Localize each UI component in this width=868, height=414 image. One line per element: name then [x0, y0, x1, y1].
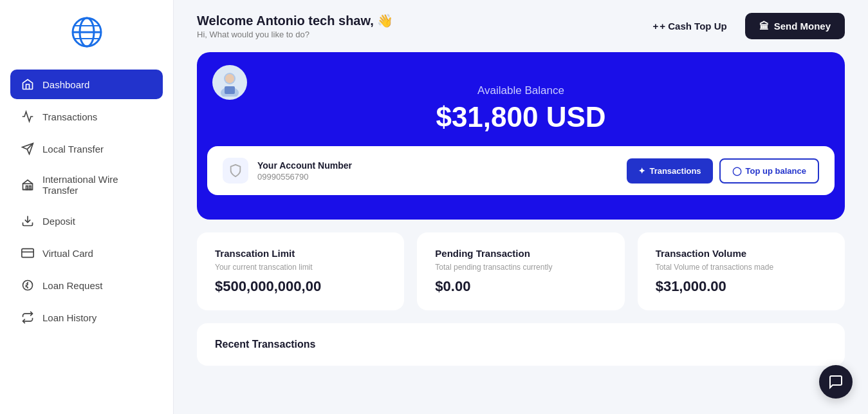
account-info-bar: Your Account Number 09990556790 ✦ Transa… [207, 146, 835, 195]
shield-icon [228, 164, 243, 178]
sidebar-item-virtual-card[interactable]: Virtual Card [10, 238, 163, 268]
svg-rect-10 [30, 186, 32, 190]
cash-top-button[interactable]: + + Cash Top Up [643, 14, 737, 38]
stat-limit-title: Transcation Limit [215, 248, 386, 259]
user-avatar-wrap [212, 65, 247, 100]
sidebar-item-loan-request[interactable]: Loan Request [10, 270, 163, 300]
sidebar-item-loan-request-label: Loan Request [42, 280, 102, 291]
balance-amount: $31,800 USD [436, 101, 605, 133]
balance-card-top: Available Balance $31,800 USD [197, 52, 845, 146]
sidebar-item-loan-history-label: Loan History [42, 312, 97, 323]
svg-rect-9 [26, 186, 28, 190]
globe-icon [70, 15, 104, 49]
send-money-button[interactable]: 🏛 Send Money [745, 13, 845, 39]
balance-label: Available Balance [477, 84, 564, 97]
loan-icon [21, 278, 35, 292]
sidebar-item-virtual-card-label: Virtual Card [42, 248, 93, 259]
topup-btn-label: Top up balance [746, 166, 806, 176]
sidebar-item-dashboard[interactable]: Dashboard [10, 70, 163, 99]
shield-icon-wrap [223, 158, 248, 183]
sidebar-item-international-wire[interactable]: International Wire Transfer [10, 166, 163, 203]
circle-icon: ◯ [732, 166, 742, 176]
stat-volume-desc: Total Volume of transactions made [656, 263, 827, 272]
cash-top-label: + Cash Top Up [660, 21, 726, 32]
stat-volume-value: $31,000.00 [656, 278, 827, 295]
account-number: 09990556790 [257, 172, 352, 182]
transactions-btn-label: Transactions [649, 166, 701, 176]
sidebar-item-transactions-label: Transactions [42, 111, 97, 122]
bank-icon [21, 178, 35, 192]
svg-rect-20 [225, 86, 235, 94]
sidebar-item-dashboard-label: Dashboard [42, 79, 89, 90]
card-icon [21, 246, 35, 260]
account-buttons: ✦ Transactions ◯ Top up balance [627, 158, 819, 183]
avatar-image [216, 68, 244, 97]
send-money-icon: 🏛 [759, 21, 769, 32]
sidebar-item-deposit-label: Deposit [42, 216, 75, 227]
recent-transactions-section: Recent Transactions [197, 323, 845, 366]
account-info-left: Your Account Number 09990556790 [223, 158, 352, 183]
chat-bubble[interactable] [819, 365, 853, 399]
header-actions: + + Cash Top Up 🏛 Send Money [643, 13, 845, 39]
star-icon: ✦ [638, 166, 645, 176]
balance-card: Available Balance $31,800 USD Your Accou… [197, 52, 845, 220]
recent-transactions-title: Recent Transactions [215, 339, 827, 350]
home-icon [21, 77, 35, 91]
sidebar-item-international-wire-label: International Wire Transfer [42, 174, 152, 196]
download-icon [21, 214, 35, 228]
stat-volume-title: Transaction Volume [656, 248, 827, 259]
main-content: Welcome Antonio tech shaw, 👋 Hi, What wo… [174, 0, 868, 414]
stat-limit-desc: Your current transcation limit [215, 263, 386, 272]
sidebar-item-local-transfer[interactable]: Local Transfer [10, 134, 163, 164]
sidebar-nav: Dashboard Transactions Local Transfer In… [0, 70, 173, 335]
stats-row: Transcation Limit Your current transcati… [197, 232, 845, 310]
welcome-section: Welcome Antonio tech shaw, 👋 Hi, What wo… [197, 13, 393, 39]
welcome-subtitle: Hi, What would you like to do? [197, 30, 393, 39]
account-label: Your Account Number [257, 160, 352, 171]
stat-limit-value: $500,000,000,00 [215, 278, 386, 295]
stat-pending-desc: Total pending transactins currently [435, 263, 606, 272]
stat-pending-title: Pending Transaction [435, 248, 606, 259]
stat-pending-value: $0.00 [435, 278, 606, 295]
content-area: Available Balance $31,800 USD Your Accou… [174, 46, 868, 381]
sidebar-item-loan-history[interactable]: Loan History [10, 303, 163, 332]
activity-icon [21, 109, 35, 124]
send-money-label: Send Money [774, 21, 831, 32]
chat-icon [828, 374, 844, 390]
topup-button[interactable]: ◯ Top up balance [719, 158, 819, 183]
svg-rect-12 [22, 249, 33, 257]
history-icon [21, 310, 35, 325]
sidebar-item-deposit[interactable]: Deposit [10, 206, 163, 236]
sidebar-item-transactions[interactable]: Transactions [10, 102, 163, 131]
avatar [212, 65, 247, 100]
stat-card-volume: Transaction Volume Total Volume of trans… [638, 232, 845, 310]
account-details: Your Account Number 09990556790 [257, 160, 352, 182]
welcome-title: Welcome Antonio tech shaw, 👋 [197, 13, 393, 28]
sidebar: Dashboard Transactions Local Transfer In… [0, 0, 174, 414]
header: Welcome Antonio tech shaw, 👋 Hi, What wo… [174, 0, 868, 46]
svg-point-19 [225, 74, 234, 83]
transactions-button[interactable]: ✦ Transactions [627, 158, 712, 183]
send-icon [21, 142, 35, 156]
logo [70, 15, 104, 52]
stat-card-limit: Transcation Limit Your current transcati… [197, 232, 404, 310]
sidebar-item-local-transfer-label: Local Transfer [42, 144, 104, 155]
plus-icon: + [653, 21, 659, 32]
stat-card-pending: Pending Transaction Total pending transa… [417, 232, 624, 310]
